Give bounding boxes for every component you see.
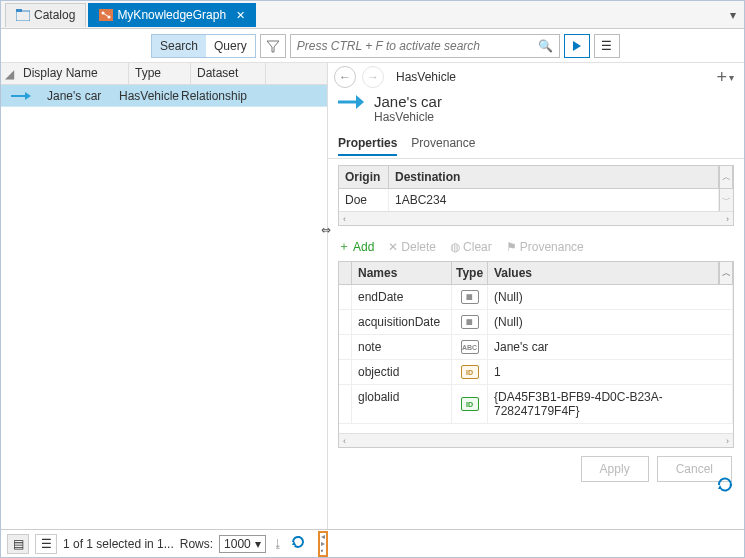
nav-back[interactable]: ← xyxy=(334,66,356,88)
prop-value[interactable]: (Null) xyxy=(488,285,733,309)
cell-destination: 1ABC234 xyxy=(389,189,719,211)
search-icon[interactable]: 🔍 xyxy=(538,39,553,53)
split-handle[interactable]: ⇔ xyxy=(321,223,331,237)
prop-value[interactable]: Jane's car xyxy=(488,335,733,359)
prop-row-globalid[interactable]: globalid ID {DA45F3B1-BFB9-4D0C-B23A-728… xyxy=(339,385,733,424)
filter-button[interactable] xyxy=(260,34,286,58)
clear-button[interactable]: ◍Clear xyxy=(450,238,492,255)
plus-icon: ＋ xyxy=(338,238,350,255)
prop-name: objectid xyxy=(352,360,452,384)
tab-provenance[interactable]: Provenance xyxy=(411,132,475,156)
scroll-down[interactable]: ﹀ xyxy=(719,189,733,211)
col-values[interactable]: Values xyxy=(488,262,719,284)
search-query-toggle: Search Query xyxy=(151,34,256,58)
filter-icon xyxy=(266,39,280,53)
col-names[interactable]: Names xyxy=(352,262,452,284)
svg-rect-1 xyxy=(16,9,22,12)
prop-value[interactable]: (Null) xyxy=(488,310,733,334)
prov-label: Provenance xyxy=(520,240,584,254)
row-selector-corner[interactable]: ◢ xyxy=(1,63,17,84)
tab-kg-label: MyKnowledgeGraph xyxy=(117,8,226,22)
properties-grid: Names Type Values ︿ endDate ▦ (Null) acq… xyxy=(338,261,734,448)
paging-tripledot[interactable]: ◂ ▸ ▪ xyxy=(318,531,328,557)
hamburger-icon: ☰ xyxy=(601,39,612,53)
col-type[interactable]: Type xyxy=(129,63,191,84)
scroll-left[interactable]: ‹ xyxy=(343,436,346,446)
results-table: ◢ Display Name Type Dataset Jane's car H… xyxy=(1,63,328,529)
type-id-icon: ID xyxy=(452,360,488,384)
cell-dataset: Relationship xyxy=(175,87,250,105)
add-label: Add xyxy=(353,240,374,254)
prop-name: endDate xyxy=(352,285,452,309)
add-dropdown[interactable]: +▾ xyxy=(716,67,734,88)
tabbar-dropdown[interactable]: ▾ xyxy=(722,4,744,26)
search-box[interactable]: 🔍 xyxy=(290,34,560,58)
svg-marker-7 xyxy=(573,41,581,51)
prop-value[interactable]: 1 xyxy=(488,360,733,384)
prop-name: globalid xyxy=(352,385,452,423)
nav-forward[interactable]: → xyxy=(362,66,384,88)
refresh-icon xyxy=(290,534,306,550)
status-bar: ▤ ☰ 1 of 1 selected in 1... Rows: 1000▾ … xyxy=(1,529,744,557)
rows-select[interactable]: 1000▾ xyxy=(219,535,266,553)
origin-destination-grid: Origin Destination ︿ Doe 1ABC234 ﹀ ‹› xyxy=(338,165,734,226)
prop-row-note[interactable]: note ABC Jane's car xyxy=(339,335,733,360)
origin-row[interactable]: Doe 1ABC234 xyxy=(339,189,719,211)
scroll-right[interactable]: › xyxy=(726,214,729,224)
svg-marker-9 xyxy=(25,92,31,100)
svg-marker-11 xyxy=(356,95,364,109)
cell-name: Jane's car xyxy=(41,87,113,105)
rows-label: Rows: xyxy=(180,537,213,551)
scroll-up[interactable]: ︿ xyxy=(719,262,733,284)
refresh-button[interactable] xyxy=(290,534,306,553)
search-mode-query[interactable]: Query xyxy=(206,35,255,57)
rows-value: 1000 xyxy=(224,537,251,551)
tab-properties[interactable]: Properties xyxy=(338,132,397,156)
view-mode-panel[interactable]: ▤ xyxy=(7,534,29,554)
flag-icon: ⚑ xyxy=(506,240,517,254)
refresh-pane-button[interactable] xyxy=(716,476,734,497)
scroll-up[interactable]: ︿ xyxy=(719,166,733,188)
selection-status: 1 of 1 selected in 1... xyxy=(63,537,174,551)
search-toolbar: Search Query 🔍 ☰ xyxy=(1,29,744,63)
provenance-button[interactable]: ⚑Provenance xyxy=(506,238,584,255)
arrow-left-icon: ← xyxy=(339,70,351,84)
search-input[interactable] xyxy=(297,39,538,53)
col-origin[interactable]: Origin xyxy=(339,166,389,188)
table-row[interactable]: Jane's car HasVehicle Relationship xyxy=(1,85,327,107)
eraser-icon: ◍ xyxy=(450,240,460,254)
chevron-down-icon: ▾ xyxy=(729,72,734,83)
close-icon[interactable]: ✕ xyxy=(236,9,245,22)
prop-row-objectid[interactable]: objectid ID 1 xyxy=(339,360,733,385)
prop-row-enddate[interactable]: endDate ▦ (Null) xyxy=(339,285,733,310)
menu-button[interactable]: ☰ xyxy=(594,34,620,58)
prop-value[interactable]: {DA45F3B1-BFB9-4D0C-B23A-728247179F4F} xyxy=(488,385,733,423)
catalog-icon xyxy=(16,9,30,21)
col-type[interactable]: Type xyxy=(452,262,488,284)
col-display-name[interactable]: Display Name xyxy=(17,63,129,84)
svg-rect-0 xyxy=(16,11,30,21)
col-dataset[interactable]: Dataset xyxy=(191,63,266,84)
plus-icon: + xyxy=(716,67,727,88)
tab-catalog-label: Catalog xyxy=(34,8,75,22)
view-mode-table[interactable]: ☰ xyxy=(35,534,57,554)
delete-label: Delete xyxy=(401,240,436,254)
col-destination[interactable]: Destination xyxy=(389,166,719,188)
scroll-right[interactable]: › xyxy=(726,436,729,446)
refresh-icon xyxy=(716,476,734,494)
delete-button[interactable]: ✕Delete xyxy=(388,238,436,255)
run-button[interactable] xyxy=(564,34,590,58)
cell-origin: Doe xyxy=(339,189,389,211)
prop-name: note xyxy=(352,335,452,359)
scroll-left[interactable]: ‹ xyxy=(343,214,346,224)
clear-label: Clear xyxy=(463,240,492,254)
relationship-large-icon xyxy=(338,93,364,111)
add-button[interactable]: ＋Add xyxy=(338,238,374,255)
type-guid-icon: ID xyxy=(452,385,488,423)
download-button[interactable]: ⭳ xyxy=(272,537,284,551)
tab-catalog[interactable]: Catalog xyxy=(5,3,86,27)
search-mode-search[interactable]: Search xyxy=(152,35,206,57)
tab-knowledgegraph[interactable]: MyKnowledgeGraph ✕ xyxy=(88,3,256,27)
apply-button[interactable]: Apply xyxy=(581,456,649,482)
prop-row-acquisitiondate[interactable]: acquisitionDate ▦ (Null) xyxy=(339,310,733,335)
